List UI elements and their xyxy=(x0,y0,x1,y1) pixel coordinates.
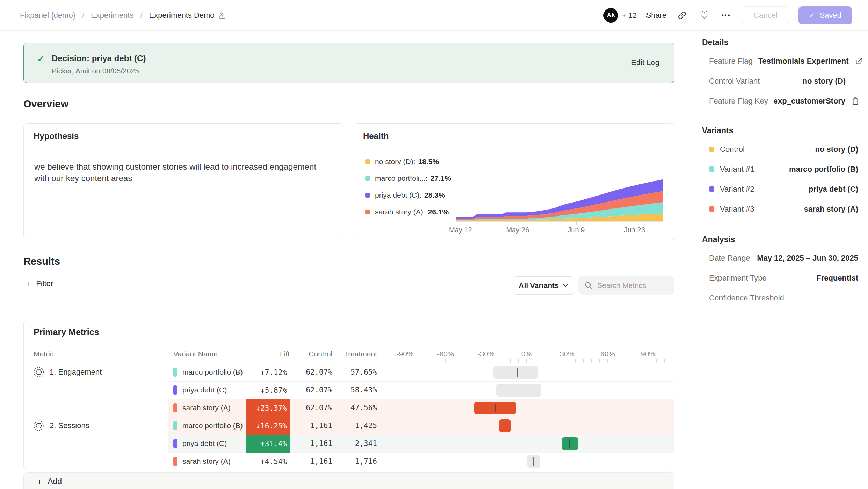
breadcrumb-experiments[interactable]: Experiments xyxy=(91,11,133,20)
x-axis-tick-label: May 12 xyxy=(440,226,482,234)
treatment-value: 57.65% xyxy=(350,368,377,376)
x-axis-tick xyxy=(576,222,577,225)
ci-marker xyxy=(519,386,519,395)
header-actions: Ak + 12 Share ♡ ••• Cancel ✓ Saved xyxy=(603,6,852,24)
overview-heading: Overview xyxy=(23,98,68,110)
confidence-interval-plot xyxy=(385,435,674,453)
lift-cell: ↓23.37% xyxy=(246,399,290,417)
treatment-value: 1,716 xyxy=(355,457,377,466)
lift-cell: ↓16.25% xyxy=(246,417,290,435)
col-variant: Variant Name xyxy=(173,350,218,358)
metric-name: 2. Sessions xyxy=(50,421,89,430)
lift-value: ↓5.87% xyxy=(260,386,287,395)
breadcrumb-project[interactable]: Fixpanel {demo} xyxy=(20,11,75,20)
table-row[interactable]: 2. Sessions marco portfolio (B) ↓16.25% … xyxy=(24,417,674,435)
variant-row-control: Control no story (D) xyxy=(709,139,868,159)
metric-cell: 1. Engagement xyxy=(33,366,102,378)
table-row[interactable]: priya debt (C) ↓5.87% 62.07% 58.43% xyxy=(24,381,674,399)
x-axis-tick-label: Jun 23 xyxy=(614,226,656,234)
lift-value: ↑31.4% xyxy=(260,440,287,448)
decision-banner: ✓ Decision: priya debt (C) Picker, Amit … xyxy=(23,43,674,83)
decision-title: Decision: priya debt (C) xyxy=(52,54,146,63)
heart-icon: ♡ xyxy=(700,10,709,21)
axis-tick-label: 90% xyxy=(632,350,664,358)
treatment-value: 1,425 xyxy=(355,421,377,430)
variant-value: sarah story (A) xyxy=(804,205,858,214)
table-row[interactable]: sarah story (A) ↑4.54% 1,161 1,716 xyxy=(24,453,674,470)
check-icon: ✓ xyxy=(809,11,815,20)
share-button[interactable]: Share xyxy=(646,11,667,20)
breadcrumb-current[interactable]: Experiments Demo xyxy=(149,11,226,20)
details-sidebar: Details Feature Flag Testimonials Experi… xyxy=(696,31,868,489)
variant-swatch xyxy=(173,439,177,448)
feature-flag-link[interactable]: Testimonials Experiment xyxy=(758,57,849,66)
variant-row-1: Variant #1 marco portfolio (B) xyxy=(709,159,868,179)
variant-value: priya debt (C) xyxy=(809,185,858,194)
lift-cell: ↑31.4% xyxy=(246,435,290,453)
control-value: 1,161 xyxy=(310,439,332,448)
ci-marker xyxy=(495,404,496,412)
table-row[interactable]: sarah story (A) ↓23.37% 62.07% 47.56% xyxy=(24,399,674,417)
saved-button[interactable]: ✓ Saved xyxy=(798,6,852,24)
favorite-button[interactable]: ♡ xyxy=(698,9,710,22)
variant-label: Control xyxy=(720,145,745,154)
analysis-value: Frequentist xyxy=(816,274,858,283)
x-axis-tick xyxy=(518,222,518,225)
variant-swatch xyxy=(173,385,177,395)
table-row[interactable]: priya debt (C) ↑31.4% 1,161 2,341 xyxy=(24,435,674,453)
external-link-icon[interactable] xyxy=(854,57,863,66)
lift-cell: ↑4.54% xyxy=(246,453,290,470)
analysis-section: Analysis Date Range May 12, 2025 – Jun 3… xyxy=(702,233,868,308)
add-metric-button[interactable]: + Add xyxy=(37,477,62,486)
detail-row-control-variant: Control Variant no story (D) xyxy=(709,71,868,91)
more-menu-button[interactable]: ••• xyxy=(720,9,732,22)
variant-swatch xyxy=(173,421,177,430)
x-axis-tick xyxy=(461,222,461,225)
variant-name: sarah story (A) xyxy=(182,404,231,412)
variant-row-3: Variant #3 sarah story (A) xyxy=(709,199,868,219)
breadcrumb-separator: / xyxy=(140,11,142,20)
legend-item: sarah story (A): 26.1% xyxy=(365,207,451,217)
variants-title: Variants xyxy=(702,124,868,137)
page-title: Experiments Demo xyxy=(149,11,215,20)
check-icon: ✓ xyxy=(37,54,45,64)
hypothesis-text: we believe that showing customer stories… xyxy=(24,148,331,197)
variant-swatch xyxy=(709,147,714,152)
copy-icon[interactable] xyxy=(851,97,860,106)
legend-item: priya debt (C): 28.3% xyxy=(365,190,451,200)
col-lift: Lift xyxy=(280,350,290,358)
avatar[interactable]: Ak xyxy=(603,8,618,23)
treatment-value: 58.43% xyxy=(350,386,377,394)
results-heading: Results xyxy=(23,256,60,267)
health-stacked-area-chart xyxy=(456,179,663,221)
feature-flag-key: exp_customerStory xyxy=(774,97,845,106)
add-filter-button[interactable]: + Filter xyxy=(26,279,53,288)
x-axis-tick-label: Jun 9 xyxy=(555,226,597,234)
variant-name: priya debt (C) xyxy=(182,386,227,394)
variant-swatch xyxy=(173,368,177,377)
edit-log-button[interactable]: Edit Log xyxy=(631,58,659,67)
detail-label: Feature Flag xyxy=(709,57,753,66)
copy-link-button[interactable] xyxy=(676,9,688,22)
variant-name: sarah story (A) xyxy=(182,457,231,466)
health-card-title: Health xyxy=(353,124,674,148)
metric-search[interactable] xyxy=(578,276,674,295)
lift-value: ↑4.54% xyxy=(260,458,287,466)
variants-dropdown[interactable]: All Variants xyxy=(513,276,574,295)
hypothesis-card: Hypothesis we believe that showing custo… xyxy=(23,123,344,240)
axis-tick-label: -60% xyxy=(430,350,461,358)
axis-tick-label: -90% xyxy=(389,350,421,358)
filter-label: Filter xyxy=(36,279,53,288)
search-input[interactable] xyxy=(597,281,667,290)
plus-icon: + xyxy=(37,477,42,486)
variant-swatch xyxy=(173,403,177,412)
control-value: 62.07% xyxy=(306,404,332,412)
legend-label: sarah story (A): xyxy=(375,208,425,216)
search-icon xyxy=(584,281,593,290)
treatment-value: 2,341 xyxy=(355,439,377,448)
cancel-button[interactable]: Cancel xyxy=(742,6,789,24)
table-row[interactable]: 1. Engagement marco portfolio (B) ↓7.12%… xyxy=(24,363,674,381)
breadcrumb-separator: / xyxy=(82,11,84,20)
primary-metrics-title: Primary Metrics xyxy=(24,319,674,345)
treatment-value: 47.56% xyxy=(350,404,377,412)
